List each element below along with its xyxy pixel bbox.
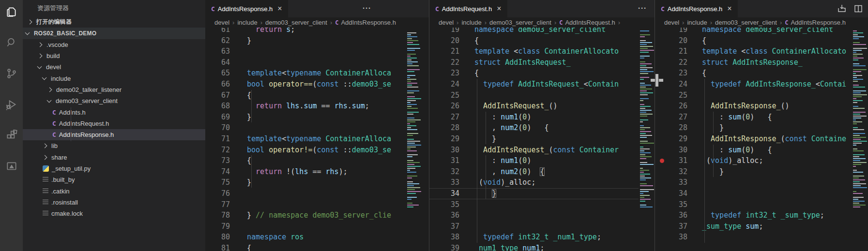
code-line[interactable]: 22struct AddIntsRequest_ [429,57,639,68]
tree-item[interactable]: CAddIntsRequest.h [23,118,205,129]
extensions-icon[interactable] [0,124,23,147]
code-line[interactable]: 23{ [655,68,852,79]
code-line[interactable]: 61 return s; [205,28,406,35]
breadcrumb-file[interactable]: AddIntsResponse.h [341,19,396,26]
code-editor[interactable]: 61 return s;62}636465template<typename C… [205,28,406,251]
code-line[interactable]: 30 : sum(0) { [655,145,852,156]
tree-item[interactable]: .catkin [23,185,205,196]
tree-item[interactable]: include [23,73,205,84]
code-line[interactable]: 65template<typename ContainerAlloca [205,68,406,79]
download-icon[interactable] [836,3,848,15]
code-line[interactable]: 23{ [429,68,639,79]
minimap[interactable] [639,28,655,251]
code-line[interactable]: 37 [429,221,639,232]
tree-item[interactable]: .vscode [23,39,205,50]
code-line[interactable]: 72bool operator!=(const ::demo03_se [205,145,406,156]
close-icon[interactable]: × [277,5,282,13]
code-line[interactable]: 80namespace ros [205,232,406,243]
split-editor-icon[interactable] [853,3,864,15]
close-icon[interactable]: × [497,5,501,13]
code-line[interactable]: 35 [429,199,639,210]
code-line[interactable]: 27 : num1(0) [429,112,639,123]
search-icon[interactable] [0,31,23,54]
code-line[interactable]: 24 typedef AddIntsResponse_<Contai [655,79,852,90]
code-line[interactable]: 33 [655,177,852,188]
code-line[interactable]: 34 } [429,188,639,199]
code-line[interactable]: 36 [429,210,639,221]
code-line[interactable]: 63 [205,46,406,57]
code-line[interactable]: 25 [429,90,639,101]
code-line[interactable]: 27 : sum(0) { [655,112,852,123]
code-line[interactable]: 76 [205,188,406,199]
code-line[interactable]: 38 [655,232,852,243]
code-line[interactable]: 71template<typename ContainerAlloca [205,133,406,145]
tree-item[interactable]: cmake.lock [23,208,205,219]
code-line[interactable]: 36 typedef int32_t _sum_type; [655,210,852,221]
tab-addintsresponse-h[interactable]: C AddIntsResponse.h × [205,0,288,17]
code-line[interactable]: 29 AddIntsResponse_(const Containe [655,133,852,145]
code-line[interactable]: 69} [205,112,406,123]
open-editors-section[interactable]: 打开的编辑器 [23,16,205,28]
breadcrumb-item[interactable]: devel [664,19,679,26]
breadcrumb-item[interactable]: include [461,19,481,26]
tree-item[interactable]: lib [23,140,205,151]
close-icon[interactable]: × [727,5,731,13]
code-line[interactable]: 75} [205,177,406,188]
breadcrumb-item[interactable]: demo03_server_client [715,19,777,26]
code-line[interactable]: 81{ [205,243,406,251]
minimap[interactable] [406,28,429,251]
tree-item[interactable]: _setup_util.py [23,163,205,174]
code-line[interactable]: 21template <class ContainerAllocato [429,46,639,57]
code-line[interactable]: 24 typedef AddIntsRequest_<Contain [429,79,639,90]
tree-item[interactable]: share [23,152,205,163]
tab-addintsrequest-h[interactable]: C AddIntsRequest.h × [429,0,507,17]
tree-item[interactable]: devel [23,61,205,73]
code-line[interactable]: 79 [205,221,406,232]
code-line[interactable]: 39_num1_type num1; [429,243,639,251]
code-line[interactable]: 67{ [205,90,406,101]
tab-addintsresponse-h[interactable]: C AddIntsResponse.h × [655,0,738,17]
remote-window-icon[interactable] [0,155,23,178]
code-line[interactable]: 31 : num1(0) [429,155,639,166]
code-line[interactable]: 28 , num2(0) { [429,122,639,133]
more-actions-icon[interactable]: ··· [638,4,647,12]
code-line[interactable]: 64 [205,57,406,68]
code-line[interactable]: 66bool operator==(const ::demo03_se [205,79,406,90]
code-line[interactable]: 62} [205,35,406,46]
tree-item[interactable]: build [23,50,205,61]
more-actions-icon[interactable]: ··· [363,4,371,12]
code-editor[interactable]: 19namespace demo03_server_client20{21tem… [655,28,852,251]
code-line[interactable]: 33 (void)_alloc; [429,177,639,188]
code-editor[interactable]: 19namespace demo03_server_client20{21tem… [429,28,639,251]
code-line[interactable]: 26 AddIntsResponse_() [655,101,852,112]
code-line[interactable]: 21template <class ContainerAllocato [655,46,852,57]
code-line[interactable]: 19namespace demo03_server_client [429,28,639,35]
code-line[interactable]: 35 [655,199,852,210]
tree-item[interactable]: CAddIntsResponse.h [23,129,205,140]
code-line[interactable]: 20{ [655,35,852,46]
code-line[interactable]: 34 [655,188,852,199]
source-control-icon[interactable] [0,62,23,85]
code-line[interactable]: 29 } [429,133,639,145]
breadcrumb-item[interactable]: include [687,19,707,26]
code-line[interactable]: 19namespace demo03_server_client [655,28,852,35]
run-and-debug-icon[interactable] [0,93,23,116]
code-line[interactable]: 37_sum_type sum; [655,221,852,232]
code-line[interactable]: 20{ [429,35,639,46]
minimap[interactable] [852,28,868,251]
code-line[interactable]: 77 [205,199,406,210]
tree-item[interactable]: .rosinstall [23,197,205,208]
tree-item[interactable]: demo03_server_client [23,95,205,106]
code-line[interactable]: 28 } [655,122,852,133]
tree-item[interactable]: CAddInts.h [23,106,205,118]
code-line[interactable]: 25 [655,90,852,101]
breadcrumb-item[interactable]: demo03_server_client [265,19,327,26]
code-line[interactable]: 30 AddIntsRequest_(const Container [429,145,639,156]
code-line[interactable]: 73{ [205,155,406,166]
code-line[interactable]: 26 AddIntsRequest_() [429,101,639,112]
code-line[interactable]: 74 return !(lhs == rhs); [205,166,406,177]
breadcrumb-item[interactable]: devel [439,19,454,26]
code-line[interactable]: 70 [205,122,406,133]
breadcrumb-item[interactable]: include [237,19,257,26]
tree-item[interactable]: .built_by [23,174,205,185]
